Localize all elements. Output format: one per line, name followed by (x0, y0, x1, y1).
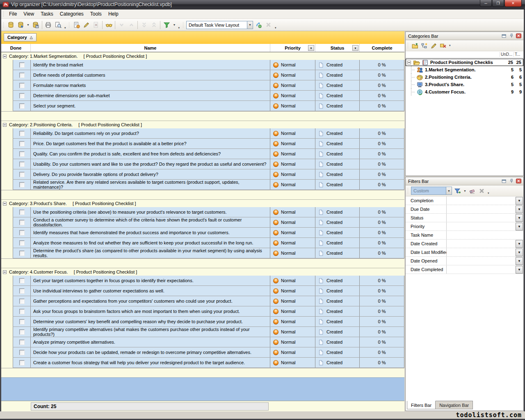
task-checkbox[interactable] (19, 350, 25, 355)
dropdown-caret-icon[interactable]: ▼ (171, 23, 177, 26)
filter-dropdown-icon[interactable]: ▼ (352, 45, 358, 51)
panel-restore-icon[interactable] (500, 33, 507, 39)
table-row[interactable]: Identify measures that have demonstrated… (13, 228, 404, 238)
category-tree-item[interactable]: 1.Market Segmentation.55 (406, 66, 523, 73)
group-header[interactable]: Category: 1.Market Segmentation.[ Produc… (1, 52, 404, 60)
filter-preset-combo[interactable]: Custom▼ (411, 187, 452, 195)
menu-tasks[interactable]: Tasks (37, 10, 57, 18)
table-row[interactable]: Delivery. Do you provide favorable optio… (13, 169, 404, 180)
collapse-minus-icon[interactable] (3, 270, 7, 274)
add-category-button[interactable] (410, 41, 420, 50)
panel-close-icon[interactable] (515, 178, 522, 184)
group-by-category-button[interactable]: Category △ (4, 33, 37, 41)
view-tasks-button[interactable] (104, 20, 114, 30)
filter-dropdown-icon[interactable]: ▼ (516, 197, 523, 205)
task-checkbox[interactable] (19, 93, 25, 98)
open-database-button[interactable] (16, 20, 25, 30)
total-column-header[interactable]: T... (514, 52, 523, 57)
table-row[interactable]: Quality. Can you confirm the product is … (13, 149, 404, 159)
task-checkbox[interactable] (19, 251, 25, 256)
filter-value-field[interactable] (447, 196, 516, 205)
close-icon[interactable]: ✕ (504, 0, 522, 7)
edit-task-button[interactable] (81, 20, 91, 30)
menu-tools[interactable]: Tools (87, 10, 105, 18)
collapse-minus-icon[interactable] (3, 55, 7, 58)
column-header-complete[interactable]: Complete (359, 44, 404, 52)
table-row[interactable]: Decide how your products can be updated,… (13, 347, 404, 358)
filter-value-field[interactable] (447, 240, 516, 248)
restore-icon[interactable]: ❐ (492, 0, 504, 7)
task-view-layout-combo[interactable]: Default Task View Layout▼ (186, 21, 253, 29)
save-database-button[interactable] (31, 20, 41, 30)
panel-pin-icon[interactable] (508, 33, 515, 39)
task-checkbox[interactable] (19, 62, 25, 68)
task-checkbox[interactable] (19, 309, 25, 314)
task-checkbox[interactable] (19, 210, 25, 215)
edit-category-button[interactable] (429, 41, 438, 50)
group-header[interactable]: Category: 4.Customer Focus.[ Product Pos… (1, 268, 404, 276)
task-checkbox[interactable] (19, 83, 25, 88)
filter-dropdown-icon[interactable]: ▼ (308, 45, 314, 51)
category-tree-item[interactable]: 4.Customer Focus.99 (406, 88, 523, 96)
task-checkbox[interactable] (19, 141, 25, 146)
apply-layout-button[interactable] (254, 20, 264, 30)
collapse-minus-icon[interactable] (407, 61, 411, 64)
task-checkbox[interactable] (19, 103, 25, 109)
filter-dropdown-icon[interactable]: ▼ (516, 266, 523, 274)
group-header[interactable]: Category: 2.Positioning Criteria.[ Produ… (1, 121, 404, 128)
menu-view[interactable]: View (20, 10, 37, 18)
dropdown-caret-icon[interactable]: ▼ (462, 189, 468, 192)
menu-file[interactable]: File (6, 10, 20, 18)
task-checkbox[interactable] (19, 278, 25, 283)
table-row[interactable]: Get your target customers together in fo… (13, 276, 404, 286)
task-checkbox[interactable] (19, 131, 25, 136)
toolbar-overflow-icon[interactable]: ▾ (177, 26, 181, 31)
clear-filter-button[interactable] (468, 186, 477, 196)
print-button[interactable] (43, 20, 53, 30)
filter-dropdown-icon[interactable]: ▼ (516, 223, 523, 231)
table-row[interactable]: Reliability. Do target customers rely on… (13, 128, 404, 139)
task-checkbox[interactable] (19, 172, 25, 177)
table-row[interactable]: Identify primary competitive alternative… (13, 327, 404, 337)
task-checkbox[interactable] (19, 182, 25, 187)
table-row[interactable]: Usability. Do your customers want and li… (13, 159, 404, 169)
tab-navigation-bar[interactable]: Navigation Bar (436, 401, 473, 409)
task-checkbox[interactable] (19, 162, 25, 167)
group-header[interactable]: Category: 3.Product's Share.[ Product Po… (1, 199, 404, 207)
task-checkbox[interactable] (19, 151, 25, 157)
print-preview-button[interactable] (53, 20, 63, 30)
dropdown-caret-icon[interactable]: ▼ (25, 23, 31, 26)
task-checkbox[interactable] (19, 329, 25, 335)
task-checkbox[interactable] (19, 319, 25, 324)
menu-help[interactable]: Help (105, 10, 122, 18)
filter-button[interactable] (162, 20, 171, 30)
column-header-name[interactable]: Name (30, 44, 270, 52)
task-checkbox[interactable] (19, 360, 25, 365)
filter-value-field[interactable] (447, 205, 516, 213)
table-row[interactable]: Determine the product's share (as compar… (13, 248, 404, 258)
column-header-status[interactable]: Status▼ (315, 44, 359, 52)
category-tree-root[interactable]: Product Positioning Checklis2525 (406, 59, 523, 66)
chevron-down-icon[interactable]: ▼ (446, 187, 452, 194)
task-checkbox[interactable] (19, 288, 25, 294)
filter-value-field[interactable] (447, 257, 516, 265)
task-checkbox[interactable] (19, 240, 25, 246)
undone-column-header[interactable]: UnD... (500, 52, 514, 57)
filter-dropdown-icon[interactable]: ▼ (516, 205, 523, 213)
table-row[interactable]: Define needs of potential customersNorma… (13, 70, 404, 80)
table-row[interactable]: Determine your customers' key benefit an… (13, 317, 404, 327)
table-row[interactable]: Price. Do target customers feel that the… (13, 139, 404, 149)
menu-categories[interactable]: Categories (57, 10, 87, 18)
dropdown-caret-icon[interactable]: ▾ (448, 44, 452, 47)
apply-filter-button[interactable] (453, 186, 462, 196)
task-checkbox[interactable] (19, 73, 25, 78)
task-checkbox[interactable] (19, 230, 25, 235)
toolbar-overflow-icon[interactable]: ▾ (274, 26, 278, 31)
filter-value-field[interactable] (447, 248, 516, 256)
filter-value-field[interactable] (447, 222, 516, 231)
table-row[interactable]: Related service. Are there any related s… (13, 180, 404, 190)
collapse-minus-icon[interactable] (3, 123, 7, 127)
panel-close-icon[interactable] (515, 33, 522, 39)
filter-dropdown-icon[interactable]: ▼ (516, 249, 523, 256)
table-row[interactable]: Select your segment.NormalCreated0 % (13, 101, 404, 111)
